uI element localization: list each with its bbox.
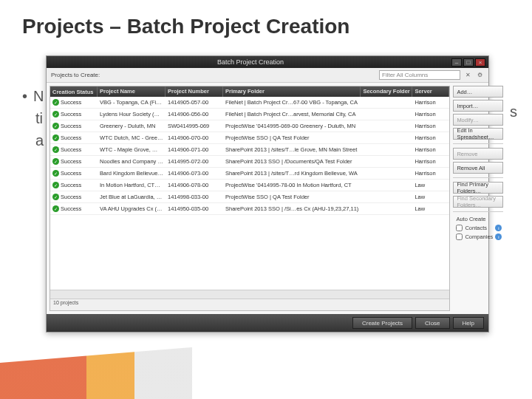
create-projects-button[interactable]: Create Projects: [352, 317, 412, 329]
window-title: Batch Project Creation: [50, 58, 451, 66]
col-primary-folder[interactable]: Primary Folder: [223, 86, 361, 97]
table-row[interactable]: ✓SuccessLydens Hour Society (H…1414906-0…: [50, 109, 449, 120]
window-minimize-button[interactable]: –: [451, 58, 462, 66]
import-button[interactable]: Import…: [453, 100, 503, 112]
table-row[interactable]: ✓SuccessWTC Dutch, MC - Greec…1414906-07…: [50, 132, 449, 144]
add-button[interactable]: Add…: [453, 86, 503, 98]
modify-button[interactable]: Modify…: [453, 114, 503, 126]
success-icon: ✓: [52, 123, 59, 129]
sidebar: Add… Import… Modify… Edit In Spreadsheet…: [453, 83, 506, 314]
batch-project-dialog: Batch Project Creation – □ × Projects to…: [46, 55, 489, 332]
grid-header[interactable]: Creation Status Project Name Project Num…: [50, 86, 449, 97]
table-row[interactable]: ✓SuccessIn Motion Hartford, CT…1414906-0…: [50, 180, 449, 191]
toolbar: Projects to Create: Filter All Columns ✕…: [47, 68, 488, 83]
table-row[interactable]: ✓SuccessVA AHU Upgrades Cx (…1414950-035…: [50, 203, 449, 215]
table-row[interactable]: ✓SuccessNoodles and Company …1414995-072…: [50, 156, 449, 168]
window-maximize-button[interactable]: □: [463, 58, 474, 66]
table-row[interactable]: ✓SuccessJet Blue at LaGuardia, N…1414998…: [50, 191, 449, 203]
col-creation-status[interactable]: Creation Status: [50, 86, 98, 97]
find-secondary-folders-button[interactable]: Find Secondary Folders…: [453, 196, 503, 208]
col-server[interactable]: Server: [412, 86, 449, 97]
col-project-number[interactable]: Project Number: [166, 86, 223, 97]
edit-in-spreadsheet-button[interactable]: Edit In Spreadsheet…: [453, 128, 503, 140]
filter-input[interactable]: Filter All Columns: [379, 70, 460, 80]
success-icon: ✓: [52, 111, 59, 117]
info-icon[interactable]: i: [495, 233, 502, 240]
brand-stripe-graphic: [0, 347, 192, 399]
table-row[interactable]: ✓SuccessBard Kingdom Bellevue…1414906-07…: [50, 168, 449, 180]
gear-icon[interactable]: ⚙: [475, 71, 484, 80]
dialog-footer: Create Projects Close Help: [47, 314, 488, 332]
auto-create-companies-checkbox[interactable]: Companiesi: [453, 233, 503, 240]
remove-button[interactable]: Remove: [453, 148, 503, 160]
help-button[interactable]: Help: [453, 317, 484, 329]
success-icon: ✓: [52, 205, 59, 212]
table-row[interactable]: ✓SuccessWTC - Maple Grove, …1414906-071-…: [50, 144, 449, 156]
projects-to-create-label: Projects to Create:: [51, 72, 100, 78]
slide-fragment-right: s: [510, 103, 517, 120]
success-icon: ✓: [52, 134, 59, 141]
close-button[interactable]: Close: [415, 317, 449, 329]
table-row[interactable]: ✓SuccessGreenery - Duluth, MNSW0414995-0…: [50, 120, 449, 132]
success-icon: ✓: [52, 99, 59, 106]
projects-grid: Creation Status Project Name Project Num…: [50, 86, 450, 311]
find-primary-folders-button[interactable]: Find Primary Folders…: [453, 182, 503, 194]
titlebar[interactable]: Batch Project Creation – □ ×: [47, 56, 488, 68]
table-row[interactable]: ✓SuccessVBG - Topanga, CA (Fi…1414905-05…: [50, 97, 449, 109]
success-icon: ✓: [52, 146, 59, 153]
auto-create-label: Auto Create: [453, 216, 503, 222]
col-secondary-folder[interactable]: Secondary Folder: [361, 86, 412, 97]
success-icon: ✓: [52, 170, 59, 177]
grid-status-line: 10 projects: [50, 299, 449, 310]
window-close-button[interactable]: ×: [475, 58, 485, 66]
info-icon[interactable]: i: [495, 225, 502, 231]
auto-create-contacts-checkbox[interactable]: Contactsi: [453, 225, 503, 231]
success-icon: ✓: [52, 194, 59, 200]
clear-filter-icon[interactable]: ✕: [463, 71, 472, 80]
success-icon: ✓: [52, 182, 59, 188]
col-project-name[interactable]: Project Name: [98, 86, 166, 97]
success-icon: ✓: [52, 158, 59, 165]
horizontal-scrollbar[interactable]: [50, 290, 449, 299]
slide-title: Projects – Batch Project Creation: [0, 0, 532, 46]
remove-all-button[interactable]: Remove All: [453, 162, 503, 174]
